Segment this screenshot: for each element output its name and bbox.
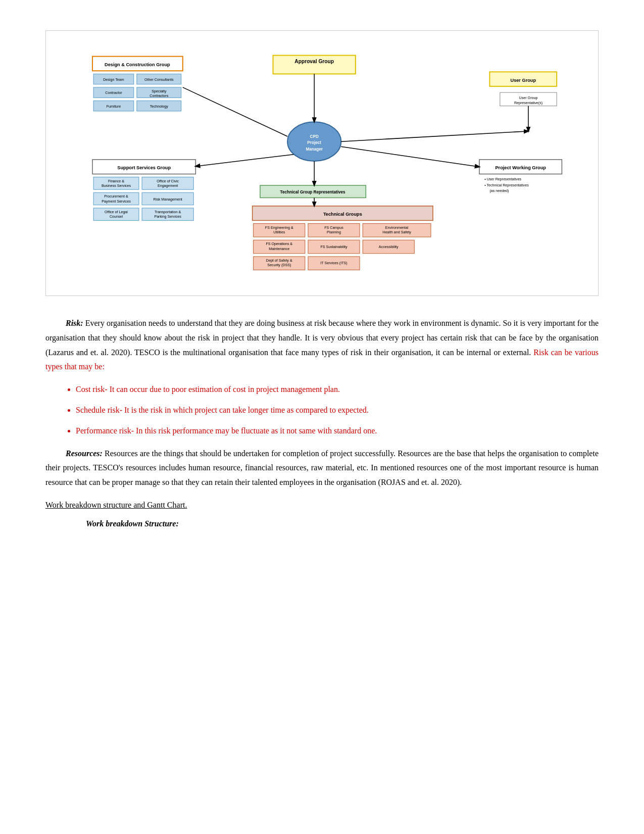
svg-text:• User Representatives: • User Representatives [484,177,521,181]
svg-text:Other Consultants: Other Consultants [144,78,174,82]
svg-text:Utilities: Utilities [273,230,285,234]
svg-text:Maintenance: Maintenance [269,247,289,251]
svg-text:IT Services (ITS): IT Services (ITS) [320,261,347,265]
svg-text:Technical Groups: Technical Groups [323,212,362,217]
section-heading: Work breakdown structure and Gantt Chart… [45,498,599,513]
svg-text:FS Operations &: FS Operations & [266,242,292,246]
svg-line-49 [195,155,293,166]
svg-text:Business Services: Business Services [102,184,131,188]
svg-text:Technical Group Representative: Technical Group Representatives [280,190,345,194]
svg-text:User Group: User Group [519,96,538,100]
svg-text:Office of Legal: Office of Legal [105,210,128,214]
svg-text:CPD: CPD [310,134,319,139]
svg-text:Design Team: Design Team [103,78,124,82]
svg-text:Furniture: Furniture [107,105,121,109]
svg-text:Project Working Group: Project Working Group [495,165,546,170]
svg-text:Payment Services: Payment Services [102,200,131,204]
svg-text:Engagement: Engagement [158,184,178,188]
org-chart-container: Design & Construction Group Design Team … [45,30,599,296]
svg-text:Security (DSS): Security (DSS) [267,263,291,267]
svg-text:Contractor: Contractor [105,91,122,95]
svg-line-29 [341,131,528,141]
bullet-item-3: Performance risk- In this risk performan… [76,424,599,438]
bullet-item-2: Schedule risk- It is the risk in which p… [76,403,599,418]
svg-text:Health and Safety: Health and Safety [382,230,411,234]
text-content: Risk: Every organisation needs to unders… [45,316,599,531]
svg-text:Representative(s): Representative(s) [514,101,542,105]
svg-text:Contractors: Contractors [150,94,168,98]
svg-text:Office of Civic: Office of Civic [157,179,179,183]
svg-text:Procurement &: Procurement & [104,194,128,199]
svg-text:Manager: Manager [306,147,323,152]
svg-text:Specialty: Specialty [152,89,166,93]
svg-text:FS Sustainability: FS Sustainability [320,245,348,249]
org-chart-svg: Design & Construction Group Design Team … [56,41,588,283]
svg-text:(as needed): (as needed) [489,189,509,193]
svg-text:Parking Services: Parking Services [154,215,181,219]
svg-text:Dept of Safety &: Dept of Safety & [266,259,292,263]
svg-text:FS Engineering &: FS Engineering & [265,226,293,230]
risk-paragraph: Risk: Every organisation needs to unders… [45,316,599,374]
risk-label: Risk: [66,319,83,327]
svg-text:User Group: User Group [511,78,536,83]
svg-text:Support Services Group: Support Services Group [117,165,171,170]
svg-text:• Technical Representatives: • Technical Representatives [484,183,529,187]
svg-text:Design & Construction Group: Design & Construction Group [105,62,170,67]
svg-text:Project: Project [307,140,321,145]
svg-line-55 [341,146,479,167]
resources-label: Resources: [66,449,103,458]
svg-text:Accessibility: Accessibility [379,245,399,249]
svg-text:FS Campus: FS Campus [324,226,343,230]
svg-text:Transportation &: Transportation & [155,210,181,214]
svg-text:Environmental: Environmental [385,226,409,230]
risk-text: Every organisation needs to understand t… [45,319,599,357]
bullet-item-1: Cost risk- It can occur due to poor esti… [76,382,599,397]
resources-text: Resources are the things that should be … [45,449,599,487]
svg-text:Finance &: Finance & [108,179,124,183]
resources-paragraph: Resources: Resources are the things that… [45,447,599,490]
sub-heading: Work breakdown Structure: [45,517,599,531]
svg-text:Risk Management: Risk Management [153,198,182,202]
svg-text:Approval Group: Approval Group [294,59,334,64]
svg-text:Planning: Planning [327,230,341,234]
risk-bullet-list: Cost risk- It can occur due to poor esti… [76,382,599,438]
svg-text:Counsel: Counsel [110,215,123,219]
svg-line-28 [183,87,287,136]
svg-text:Technology: Technology [150,105,168,109]
